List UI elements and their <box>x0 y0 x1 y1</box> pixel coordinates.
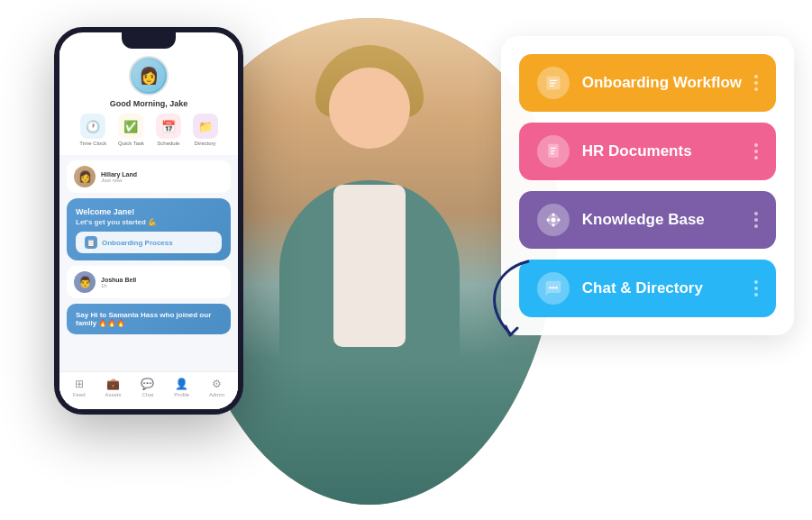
svg-rect-1 <box>550 80 557 81</box>
greeting-text: Good Morning, Jake <box>70 99 227 108</box>
feature-card-onboarding[interactable]: Onboarding Workflow <box>519 54 776 112</box>
feed-area: 👩 Hillary Land Just now Welcome Jane! Le… <box>59 155 238 340</box>
joshua-avatar: 👨 <box>74 271 96 293</box>
feed-item-joshua: 👨 Joshua Bell 1h <box>67 266 231 298</box>
svg-point-15 <box>552 287 555 289</box>
phone-mockup: 👩 Good Morning, Jake 🕐 Time Clock ✅ Quic… <box>54 27 243 415</box>
bottom-navigation: ⊞ Feed 💼 Assets 💬 Chat 👤 Profile ⚙ <box>59 371 238 409</box>
hillary-avatar: 👩 <box>74 166 96 187</box>
svg-point-16 <box>555 287 558 289</box>
hr-documents-icon <box>537 135 570 168</box>
quick-action-schedule[interactable]: 📅 Schedule <box>156 114 181 146</box>
quick-action-task[interactable]: ✅ Quick Task <box>118 114 144 146</box>
feed-item-hillary: 👩 Hillary Land Just now <box>67 160 231 193</box>
onboarding-icon: 📋 <box>85 236 97 249</box>
svg-point-13 <box>557 218 560 221</box>
announcement-banner: Say Hi to Samanta Hass who joined our fa… <box>67 304 231 334</box>
chat-icon: 💬 <box>141 378 154 390</box>
quick-action-directory[interactable]: 📁 Directory <box>193 114 218 146</box>
knowledge-base-icon <box>537 204 570 236</box>
onboarding-button[interactable]: 📋 Onboarding Process <box>76 232 222 253</box>
svg-point-11 <box>552 224 554 226</box>
onboarding-workflow-icon <box>537 67 570 99</box>
svg-point-9 <box>551 218 555 223</box>
decorative-arrow <box>474 252 546 346</box>
nav-admin[interactable]: ⚙ Admin <box>209 378 224 406</box>
svg-point-14 <box>549 287 552 289</box>
admin-icon: ⚙ <box>212 378 222 390</box>
feed-icon: ⊞ <box>75 378 84 390</box>
user-avatar: 👩 <box>129 56 169 96</box>
phone-header: 👩 Good Morning, Jake 🕐 Time Clock ✅ Quic… <box>59 49 238 155</box>
svg-point-10 <box>552 214 554 216</box>
quick-actions: 🕐 Time Clock ✅ Quick Task 📅 Schedule 📁 D… <box>70 114 227 146</box>
feature-card-knowledge[interactable]: Knowledge Base <box>519 191 776 249</box>
profile-icon: 👤 <box>175 378 188 390</box>
quick-action-timeclock[interactable]: 🕐 Time Clock <box>79 114 106 146</box>
card-dots-3 <box>754 212 758 228</box>
svg-rect-2 <box>550 83 556 84</box>
svg-rect-7 <box>550 153 553 154</box>
svg-rect-6 <box>550 151 554 151</box>
phone-notch <box>122 32 176 49</box>
svg-rect-5 <box>550 148 556 149</box>
assets-icon: 💼 <box>106 378 120 390</box>
card-dots-4 <box>754 280 758 296</box>
nav-profile[interactable]: 👤 Profile <box>174 378 189 406</box>
card-dots-2 <box>754 143 758 160</box>
nav-feed[interactable]: ⊞ Feed <box>73 378 86 406</box>
card-dots-1 <box>754 75 758 91</box>
nav-assets[interactable]: 💼 Assets <box>105 378 121 406</box>
joshua-info: Joshua Bell 1h <box>101 277 224 288</box>
feature-card-hr[interactable]: HR Documents <box>519 123 776 180</box>
hillary-info: Hillary Land Just now <box>101 171 224 183</box>
nav-chat[interactable]: 💬 Chat <box>141 378 154 406</box>
welcome-card: Welcome Jane! Let's get you started 💪 📋 … <box>67 198 231 260</box>
feature-card-chat[interactable]: Chat & Directory <box>519 260 776 317</box>
svg-rect-3 <box>550 86 554 87</box>
svg-point-12 <box>546 218 549 221</box>
